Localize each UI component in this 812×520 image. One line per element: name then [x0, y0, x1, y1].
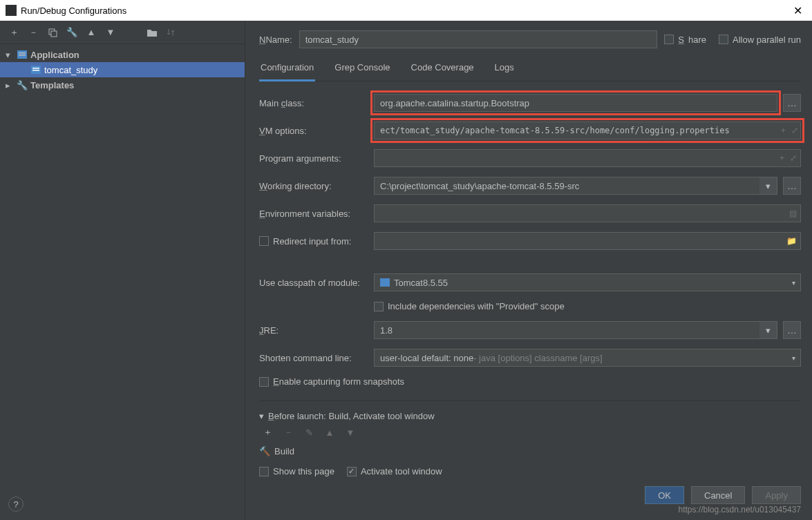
window-title: Run/Debug Configurations	[21, 6, 126, 16]
plus-icon[interactable]: +	[780, 153, 784, 163]
close-icon[interactable]: ✕	[789, 4, 806, 17]
chevron-right-icon: ▸	[6, 80, 14, 90]
tab-code-coverage[interactable]: Code Coverage	[410, 58, 475, 81]
tree-item-label: tomcat_study	[44, 65, 97, 75]
tree-node-templates[interactable]: ▸ 🔧 Templates	[0, 77, 245, 93]
up-icon[interactable]: ▲	[86, 27, 97, 38]
working-dir-input[interactable]	[374, 177, 759, 195]
edit-icon[interactable]: ✎	[303, 427, 314, 438]
svg-rect-3	[19, 52, 26, 54]
svg-rect-7	[32, 70, 39, 71]
dropdown-button[interactable]: ▾	[759, 321, 777, 339]
allow-parallel-checkbox[interactable]: Allow parallel run	[719, 35, 801, 45]
copy-icon[interactable]	[47, 27, 58, 38]
env-vars-label: Environment variables:	[259, 209, 368, 219]
up-icon[interactable]: ▲	[324, 427, 335, 438]
before-launch-header[interactable]: ▾ Before launch: Build, Activate tool wi…	[259, 411, 801, 421]
down-icon[interactable]: ▼	[105, 27, 116, 38]
chevron-down-icon: ▾	[259, 411, 264, 421]
help-button[interactable]: ?	[8, 497, 23, 512]
enable-snapshot-checkbox[interactable]: Enable capturing form snapshots	[259, 376, 404, 387]
activate-tool-window-checkbox[interactable]: Activate tool window	[347, 466, 442, 476]
browse-workdir-button[interactable]: …	[783, 177, 801, 195]
hammer-icon: 🔨	[259, 446, 270, 456]
ok-button[interactable]: OK	[645, 486, 684, 504]
working-dir-label: Working directory:	[259, 181, 368, 191]
svg-rect-4	[19, 55, 26, 56]
jre-input[interactable]	[374, 321, 759, 339]
apply-button[interactable]: Apply	[752, 486, 801, 504]
svg-rect-1	[51, 31, 57, 37]
wrench-icon: 🔧	[17, 79, 28, 90]
jre-label: JRE:	[259, 325, 368, 336]
tab-configuration[interactable]: Configuration	[259, 58, 315, 81]
main-class-label: Main class:	[259, 98, 368, 108]
application-icon	[17, 49, 28, 60]
vm-options-input[interactable]	[374, 122, 801, 139]
tree-item-tomcat-study[interactable]: tomcat_study	[0, 62, 245, 77]
name-input[interactable]	[299, 30, 658, 48]
add-icon[interactable]: ＋	[8, 27, 19, 38]
env-vars-input[interactable]	[374, 204, 801, 222]
remove-icon[interactable]: －	[283, 427, 294, 438]
shorten-label: Shorten command line:	[259, 353, 368, 363]
svg-rect-6	[32, 68, 39, 69]
app-icon	[6, 5, 17, 16]
tabs: Configuration Grep Console Code Coverage…	[259, 58, 801, 81]
config-tree: ▾ Application tomcat_study ▸ 🔧 Templates	[0, 44, 245, 520]
browse-main-class-button[interactable]: …	[783, 94, 801, 112]
folder-icon[interactable]	[147, 27, 158, 38]
expand-icon[interactable]: ⤢	[790, 153, 797, 163]
tab-grep-console[interactable]: Grep Console	[333, 58, 391, 81]
main-class-input[interactable]	[374, 94, 777, 112]
tree-node-application[interactable]: ▾ Application	[0, 47, 245, 62]
list-icon[interactable]: ▤	[789, 209, 797, 218]
build-task-row[interactable]: 🔨 Build	[259, 443, 801, 459]
tree-label: Application	[30, 50, 79, 60]
remove-icon[interactable]: －	[28, 27, 39, 38]
tree-label: Templates	[30, 80, 74, 90]
add-icon[interactable]: ＋	[262, 427, 273, 438]
shorten-select[interactable]: user-local default: none - java [options…	[374, 349, 801, 367]
program-args-label: Program arguments:	[259, 153, 368, 164]
svg-rect-8	[380, 278, 390, 287]
sort-icon[interactable]	[166, 27, 177, 38]
plus-icon[interactable]: +	[781, 126, 786, 135]
show-this-page-checkbox[interactable]: Show this page	[259, 466, 334, 476]
down-icon[interactable]: ▼	[345, 427, 356, 438]
tab-logs[interactable]: Logs	[493, 58, 516, 81]
name-label: NName:	[259, 35, 292, 45]
classpath-label: Use classpath of module:	[259, 278, 368, 288]
dropdown-button[interactable]: ▾	[759, 177, 777, 195]
browse-jre-button[interactable]: …	[783, 321, 801, 339]
redirect-input-label: Redirect input from:	[259, 236, 368, 247]
share-checkbox[interactable]: Share	[664, 35, 706, 45]
folder-icon[interactable]: 📁	[786, 236, 797, 246]
wrench-icon[interactable]: 🔧	[66, 27, 77, 38]
application-icon	[30, 64, 41, 75]
program-args-input[interactable]	[374, 149, 801, 167]
include-deps-checkbox[interactable]: Include dependencies with "Provided" sco…	[374, 301, 565, 311]
expand-icon[interactable]: ⤢	[791, 126, 798, 135]
chevron-down-icon: ▾	[6, 50, 14, 60]
classpath-select[interactable]: Tomcat8.5.55	[374, 273, 801, 291]
module-icon	[380, 278, 390, 287]
cancel-button[interactable]: Cancel	[691, 486, 745, 504]
left-toolbar: ＋ － 🔧 ▲ ▼	[0, 21, 245, 44]
redirect-input-field	[374, 232, 801, 250]
vm-options-label: VM options:	[259, 126, 368, 136]
